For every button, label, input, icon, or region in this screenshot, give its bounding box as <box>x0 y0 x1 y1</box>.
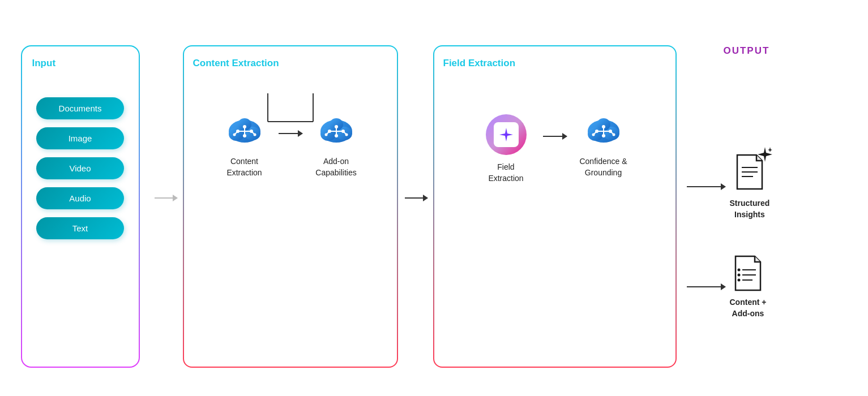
input-item-audio: Audio <box>36 187 124 209</box>
content-addons-icon <box>731 254 765 292</box>
input-item-documents: Documents <box>36 97 124 119</box>
confidence-grounding-label: Confidence &Grounding <box>579 156 627 178</box>
svg-point-29 <box>345 134 348 136</box>
content-addons-label: Content +Add-ons <box>730 297 767 319</box>
arrow-content-to-field <box>405 197 427 199</box>
svg-point-15 <box>253 134 256 136</box>
l-connector <box>245 93 336 127</box>
arrow-fe-to-cg <box>543 136 567 163</box>
input-section-label: Input <box>31 58 130 69</box>
svg-point-46 <box>592 134 595 136</box>
arrow-ce-to-addon <box>279 133 302 160</box>
field-extraction-node: FieldExtraction <box>469 114 543 184</box>
arrow-to-structured <box>687 186 725 187</box>
content-extraction-label: Content Extraction <box>193 58 388 69</box>
input-box: Input Documents Image Video Audio Text <box>21 45 140 368</box>
cloud-icon-3 <box>583 114 624 149</box>
svg-point-11 <box>243 134 246 137</box>
svg-point-42 <box>602 125 605 128</box>
content-addons-item: Content +Add-ons <box>730 254 767 319</box>
diagram-outer: Input Documents Image Video Audio Text <box>21 28 848 368</box>
svg-point-53 <box>737 274 740 277</box>
field-extraction-box: Field Extraction <box>433 45 677 368</box>
content-extraction-node-label: ContentExtraction <box>226 156 262 178</box>
svg-point-55 <box>737 279 740 282</box>
arrow-to-content-addons <box>687 286 725 287</box>
content-extraction-box: Content Extraction <box>183 45 398 368</box>
svg-point-43 <box>602 134 605 137</box>
sparkle-icon <box>498 127 514 143</box>
input-item-image: Image <box>36 127 124 149</box>
confidence-grounding-node: Confidence &Grounding <box>567 114 640 178</box>
input-item-text: Text <box>36 217 124 239</box>
field-extraction-node-label: FieldExtraction <box>488 162 523 184</box>
field-extraction-label: Field Extraction <box>443 58 666 69</box>
svg-point-47 <box>612 134 615 136</box>
structured-insights-item: StructuredInsights <box>730 153 770 220</box>
sparkle-overlay-icon <box>758 147 772 162</box>
addon-capabilities-node-label: Add-onCapabilities <box>315 156 356 178</box>
svg-point-28 <box>324 134 327 136</box>
svg-point-51 <box>737 269 740 272</box>
output-label: OUTPUT <box>723 45 769 57</box>
arrow-input-to-content <box>155 197 177 199</box>
svg-point-14 <box>233 134 236 136</box>
output-section: OUTPUT <box>687 45 770 368</box>
input-item-video: Video <box>36 157 124 179</box>
svg-point-25 <box>335 134 338 137</box>
structured-insights-label: StructuredInsights <box>730 198 770 220</box>
